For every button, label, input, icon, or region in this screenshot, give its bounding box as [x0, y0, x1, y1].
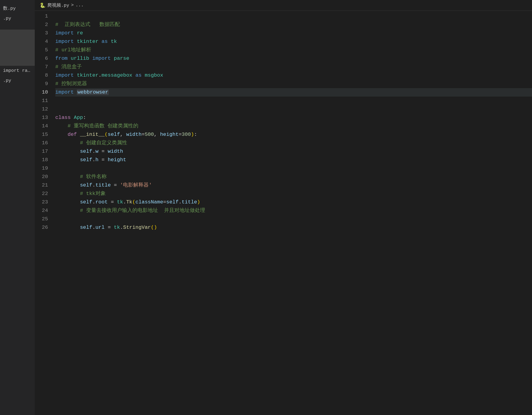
ln-20: 20 — [35, 173, 53, 181]
code-line-13: class App: — [55, 113, 532, 122]
code-content[interactable]: # 正则表达式 数据匹配 import re import tkinter as… — [53, 11, 532, 415]
python-icon: 🐍 — [40, 2, 46, 8]
ln-1: 1 — [35, 12, 53, 21]
sidebar-item-1[interactable]: 数.py — [0, 3, 35, 14]
code-line-9: # 控制浏览器 — [55, 80, 532, 88]
code-line-21: self.title = '电影解释器' — [55, 181, 532, 190]
code-line-1 — [55, 12, 532, 21]
ln-18: 18 — [35, 156, 53, 164]
editor-area: 🐍 爬视频.py > ... 1 2 3 4 5 6 7 8 9 10 11 1… — [35, 0, 532, 415]
code-line-24: # 变量去接收用户输入的电影地址 并且对地址做处理 — [55, 206, 532, 215]
ln-17: 17 — [35, 147, 53, 156]
code-line-17: self.w = width — [55, 147, 532, 156]
ln-25: 25 — [35, 215, 53, 223]
ln-13: 13 — [35, 113, 53, 122]
code-line-3: import re — [55, 29, 532, 37]
code-container: 1 2 3 4 5 6 7 8 9 10 11 12 13 14 15 16 1… — [35, 11, 532, 415]
code-line-14: # 重写构造函数 创建类属性的 — [55, 122, 532, 130]
code-line-7: # 消息盒子 — [55, 63, 532, 71]
ln-8: 8 — [35, 71, 53, 80]
code-line-10: import webbrowser — [55, 88, 532, 97]
breadcrumb-separator: > — [71, 3, 74, 8]
breadcrumb-filename: 爬视频.py — [47, 2, 69, 8]
ln-5: 5 — [35, 46, 53, 54]
code-line-2: # 正则表达式 数据匹配 — [55, 21, 532, 29]
code-line-15: def __init__(self, width=500, height=300… — [55, 130, 532, 139]
ln-6: 6 — [35, 54, 53, 63]
breadcrumb: 🐍 爬视频.py > ... — [35, 0, 532, 11]
ln-14: 14 — [35, 122, 53, 130]
code-line-19 — [55, 164, 532, 173]
code-line-23: self.root = tk.Tk(className=self.title) — [55, 198, 532, 206]
code-line-11 — [55, 97, 532, 105]
ln-10: 10 — [35, 88, 53, 97]
ln-9: 9 — [35, 80, 53, 88]
code-line-22: # tkk对象 — [55, 190, 532, 198]
ln-21: 21 — [35, 181, 53, 190]
code-line-4: import tkinter as tk — [55, 37, 532, 46]
code-line-20: # 软件名称 — [55, 173, 532, 181]
ln-4: 4 — [35, 37, 53, 46]
ln-19: 19 — [35, 164, 53, 173]
ln-15: 15 — [35, 130, 53, 139]
code-line-26: self.url = tk.StringVar() — [55, 223, 532, 232]
ln-22: 22 — [35, 190, 53, 198]
sidebar-item-3[interactable] — [0, 30, 35, 66]
ln-2: 2 — [35, 21, 53, 29]
code-line-16: # 创建自定义类属性 — [55, 139, 532, 147]
ln-26: 26 — [35, 223, 53, 232]
code-line-25 — [55, 215, 532, 223]
sidebar: 数.py .py import rad... .py — [0, 0, 35, 415]
ln-11: 11 — [35, 97, 53, 105]
code-line-6: from urllib import parse — [55, 54, 532, 63]
ln-16: 16 — [35, 139, 53, 147]
ln-24: 24 — [35, 206, 53, 215]
sidebar-item-4[interactable]: import rad... — [0, 66, 35, 76]
code-line-12 — [55, 105, 532, 113]
ln-3: 3 — [35, 29, 53, 37]
ln-23: 23 — [35, 198, 53, 206]
sidebar-item-2[interactable]: .py — [0, 14, 35, 24]
code-line-5: # url地址解析 — [55, 46, 532, 54]
code-line-18: self.h = height — [55, 156, 532, 164]
line-numbers: 1 2 3 4 5 6 7 8 9 10 11 12 13 14 15 16 1… — [35, 11, 53, 415]
ln-7: 7 — [35, 63, 53, 71]
sidebar-item-5[interactable]: .py — [0, 76, 35, 86]
breadcrumb-ellipsis: ... — [76, 3, 84, 8]
ln-12: 12 — [35, 105, 53, 113]
code-line-8: import tkinter.messagebox as msgbox — [55, 71, 532, 80]
